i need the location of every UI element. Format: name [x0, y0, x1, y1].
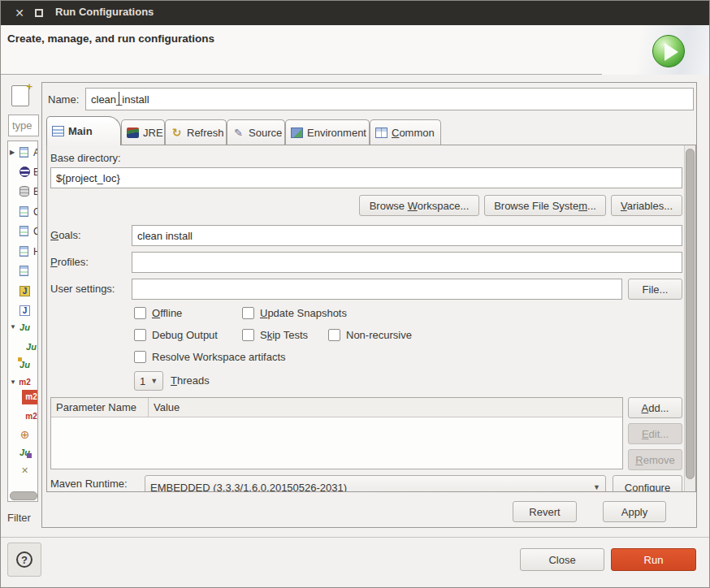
offline-label: Offline [152, 307, 182, 319]
tree-item-xsl[interactable]: ✕ [8, 462, 38, 478]
debug-output-checkbox[interactable] [134, 329, 146, 341]
maven-icon: m2 [19, 377, 30, 387]
tree-item-java-applet[interactable]: J [8, 283, 38, 300]
tree-item-selected-config[interactable]: m2 [8, 390, 38, 404]
maven-runtime-dropdown[interactable]: EMBEDDED (3.3.3/1.6.0.20150526-2031) ▼ [145, 475, 606, 492]
close-button[interactable]: Close [520, 548, 604, 571]
tree-item[interactable]: C [8, 223, 38, 240]
user-settings-input[interactable] [132, 279, 622, 300]
titlebar: ✕ Run Configurations [1, 1, 709, 25]
base-directory-label: Base directory: [50, 152, 121, 164]
launch-types-tree: ▶A E E C C H J J ▼Ju Ju Ju ▼m2 m2 m2 ⊕ J… [7, 141, 38, 502]
plus-icon: + [26, 80, 32, 93]
skip-tests-label: Skip Tests [260, 329, 308, 341]
debug-output-label: Debug Output [152, 329, 218, 341]
tab-label: Source [249, 127, 282, 139]
tab-environment[interactable]: Environment [285, 119, 370, 145]
collapse-arrow-icon[interactable]: ▼ [10, 374, 16, 391]
play-triangle [665, 43, 678, 61]
tab-refresh[interactable]: ↻ Refresh [165, 119, 227, 145]
update-snapshots-checkbox[interactable] [242, 307, 254, 319]
column-parameter-name[interactable]: Parameter Name [51, 398, 149, 417]
maximize-window-icon[interactable] [35, 9, 43, 17]
tab-label: JRE [143, 127, 163, 139]
tree-item-junit-child[interactable]: Ju [8, 339, 38, 355]
vertical-scrollbar-thumb[interactable] [686, 149, 695, 479]
filter-status-label: Filter [7, 512, 40, 524]
tab-source[interactable]: ✎ Source [227, 119, 285, 145]
window-title: Run Configurations [55, 6, 154, 18]
eclipse-icon [19, 166, 30, 177]
tree-item-maven-child[interactable]: m2 [8, 409, 38, 425]
tree-item-database[interactable]: E [8, 184, 38, 200]
tab-label: Main [68, 125, 93, 137]
help-icon: ? [16, 551, 32, 568]
name-input[interactable] [85, 88, 694, 110]
jre-library-icon [127, 128, 139, 138]
junit-plugin-icon: Ju [19, 359, 30, 370]
browse-file-system-button[interactable]: Browse File System... [484, 195, 606, 216]
osgi-target-icon: ⊕ [19, 429, 30, 439]
configure-button[interactable]: Configure [613, 475, 682, 492]
main-tab-content: Base directory: Browse Workspace... Brow… [46, 145, 696, 492]
help-button[interactable]: ? [7, 543, 41, 577]
maven-icon: m2 [26, 411, 37, 422]
file-button[interactable]: File... [628, 279, 682, 300]
remove-button[interactable]: Remove [628, 449, 682, 470]
maven-icon: m2 [26, 391, 37, 402]
chevron-down-icon: ▼ [150, 377, 158, 385]
tree-item-junit[interactable]: ▼Ju [8, 319, 38, 335]
task-context-test-icon: Ju [19, 447, 30, 457]
tree-item[interactable]: C [8, 204, 38, 220]
threads-dropdown[interactable]: 1▼ [134, 371, 163, 391]
parameters-table[interactable]: Parameter Name Value [50, 397, 623, 469]
tree-item[interactable] [8, 263, 38, 279]
type-filter-input[interactable] [8, 115, 39, 136]
tab-label: Environment [307, 127, 366, 139]
non-recursive-checkbox[interactable] [328, 329, 340, 341]
application-icon [19, 246, 28, 257]
tree-item-junit-plugin[interactable]: Ju [8, 357, 38, 373]
expand-arrow-icon[interactable]: ▶ [10, 145, 15, 161]
column-value[interactable]: Value [149, 398, 184, 417]
new-launch-config-button[interactable]: + [11, 85, 29, 106]
tab-jre[interactable]: JRE [121, 119, 165, 145]
goals-input[interactable] [132, 225, 682, 246]
browse-workspace-button[interactable]: Browse Workspace... [359, 195, 479, 216]
tree-item[interactable]: H [8, 244, 38, 260]
collapse-arrow-icon[interactable]: ▼ [10, 319, 16, 335]
variables-button[interactable]: Variables... [611, 195, 682, 216]
tree-item-java-application[interactable]: J [8, 303, 38, 319]
maven-runtime-label: Maven Runtime: [50, 478, 128, 490]
edit-button[interactable]: Edit... [628, 423, 682, 444]
tree-item-eclipse[interactable]: E [8, 164, 38, 180]
common-table-icon [375, 128, 387, 138]
tree-item-task-context[interactable]: Ju [8, 444, 38, 460]
database-icon [19, 186, 29, 197]
skip-tests-checkbox[interactable] [242, 329, 254, 341]
add-button[interactable]: Add... [628, 397, 682, 418]
main-tab-document-icon [52, 126, 64, 136]
java-applet-icon: J [19, 286, 30, 296]
close-window-icon[interactable]: ✕ [12, 6, 27, 20]
tree-item-maven-build[interactable]: ▼m2 [8, 374, 38, 391]
tree-item-application[interactable]: ▶A [8, 145, 38, 161]
tab-main[interactable]: Main [46, 116, 121, 145]
chevron-down-icon: ▼ [593, 483, 600, 491]
junit-icon: Ju [19, 322, 30, 332]
offline-checkbox[interactable] [134, 307, 146, 319]
apply-button[interactable]: Apply [603, 501, 666, 522]
xsl-icon: ✕ [19, 465, 30, 475]
resolve-workspace-artifacts-checkbox[interactable] [134, 351, 146, 363]
non-recursive-label: Non-recursive [346, 329, 412, 341]
run-button[interactable]: Run [611, 548, 696, 571]
tree-item-osgi[interactable]: ⊕ [8, 426, 38, 443]
horizontal-scrollbar-thumb[interactable] [10, 491, 37, 500]
tab-common[interactable]: Common [370, 119, 441, 145]
base-directory-input[interactable] [50, 167, 682, 188]
application-icon [19, 147, 28, 158]
revert-button[interactable]: Revert [513, 501, 577, 522]
goals-label: Goals: [50, 225, 81, 246]
source-pencil-icon: ✎ [232, 128, 245, 138]
profiles-input[interactable] [132, 252, 682, 273]
